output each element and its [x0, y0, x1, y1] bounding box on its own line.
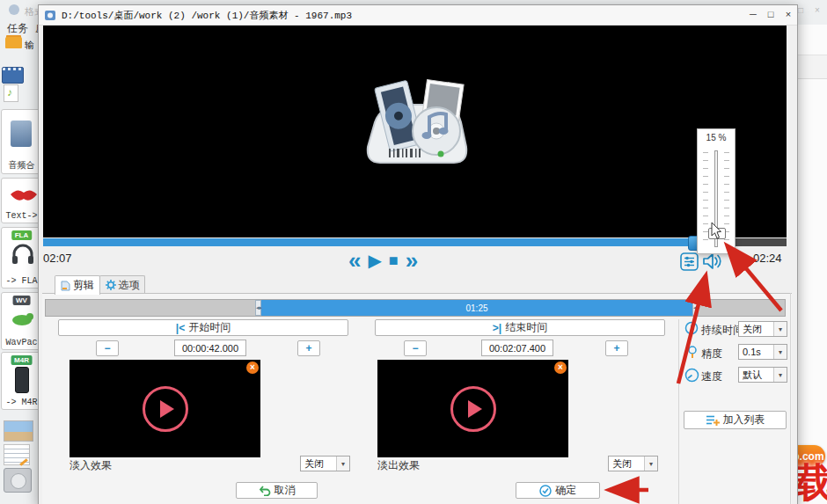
- dropdown-arrow-icon[interactable]: ▾: [644, 457, 657, 471]
- ok-label: 确定: [555, 483, 576, 498]
- video-filmstrip-icon[interactable]: [2, 67, 24, 84]
- tab-options[interactable]: 选项: [99, 275, 145, 294]
- clip-tab-icon: [61, 281, 70, 291]
- sidebar-card-wavpack[interactable]: WV WavPac: [1, 292, 42, 350]
- audio-note-icon[interactable]: ♪: [4, 84, 18, 102]
- sidebar-card-text-to-speech[interactable]: Text->: [1, 178, 42, 223]
- dropdown-arrow-icon[interactable]: ▾: [773, 322, 787, 336]
- sidebar-card-label: WavPac: [2, 338, 41, 347]
- fade-out-close-icon[interactable]: ×: [554, 362, 567, 374]
- speed-label: 速度: [701, 369, 722, 384]
- jump-start-icon: |<: [176, 322, 185, 334]
- undo-icon: [259, 485, 271, 496]
- screen: 格式工 □ × 任务 皮 输 ♪ 音频合 Text-> FLA -> FLA W…: [0, 0, 827, 504]
- end-time-input[interactable]: 00:02:07.400: [481, 340, 553, 356]
- set-end-time-button[interactable]: >| 结束时间: [375, 319, 665, 336]
- mixer-icon[interactable]: [680, 252, 699, 271]
- audio-join-icon: [11, 121, 32, 147]
- background-close-icon[interactable]: ×: [811, 5, 823, 15]
- start-time-minus-button[interactable]: −: [96, 340, 119, 356]
- timeline-start-handle[interactable]: ◂▸: [255, 300, 261, 316]
- cancel-label: 取消: [274, 483, 296, 498]
- close-icon[interactable]: ×: [779, 8, 797, 22]
- fade-in-dropdown[interactable]: 关闭 ▾: [300, 456, 350, 471]
- video-preview[interactable]: [43, 26, 787, 237]
- background-toolbar-band: [797, 55, 827, 79]
- cancel-button[interactable]: 取消: [236, 482, 318, 499]
- timeline-end-handle[interactable]: ◂▸: [692, 300, 699, 316]
- ok-button[interactable]: 确定: [516, 482, 600, 499]
- background-app-icon: [9, 4, 19, 15]
- volume-slider-thumb[interactable]: [708, 228, 726, 239]
- dialog-title: D:/tools/桌面/work (2) /work (1)/音频素材 - 19…: [62, 9, 352, 22]
- seek-bar[interactable]: [43, 238, 787, 246]
- speed-dropdown[interactable]: 默认 ▾: [738, 367, 787, 383]
- fade-in-value: 关闭: [301, 457, 336, 471]
- set-start-time-label: 开始时间: [188, 320, 231, 335]
- format-factory-logo-icon: [355, 77, 479, 169]
- transport-controls: « ▶ ■ »: [348, 250, 418, 271]
- fade-in-preview[interactable]: ×: [70, 360, 260, 457]
- precision-value: 0.1s: [739, 347, 773, 357]
- sidebar-card-label: 音频合: [2, 159, 41, 172]
- precision-dropdown[interactable]: 0.1s ▾: [738, 344, 787, 360]
- output-folder-label: 输: [25, 39, 34, 52]
- menu-item-tasks[interactable]: 任务: [7, 21, 28, 36]
- duration-dropdown[interactable]: 关闭 ▾: [738, 321, 787, 337]
- dialog-app-icon: [45, 10, 56, 21]
- duration-label: 持续时间: [701, 323, 743, 338]
- content-right-edge: [790, 293, 791, 504]
- set-start-time-button[interactable]: |< 开始时间: [58, 319, 348, 336]
- lips-icon: [9, 187, 39, 203]
- speaker-icon[interactable]: [702, 252, 722, 271]
- picture-tool-icon[interactable]: [4, 420, 33, 442]
- flac-badge: FLA: [11, 230, 33, 240]
- dialog-titlebar[interactable]: D:/tools/桌面/work (2) /work (1)/音频素材 - 19…: [39, 5, 797, 26]
- dropdown-arrow-icon[interactable]: ▾: [773, 368, 787, 382]
- clip-dialog: D:/tools/桌面/work (2) /work (1)/音频素材 - 19…: [38, 4, 798, 504]
- add-to-list-icon: [706, 414, 720, 427]
- range-timeline[interactable]: 01:25 ◂▸ ◂▸: [45, 299, 786, 317]
- stop-icon[interactable]: ■: [389, 250, 399, 271]
- tab-clip[interactable]: 剪辑: [55, 275, 100, 295]
- duration-value: 关闭: [739, 323, 773, 336]
- start-time-plus-button[interactable]: +: [297, 340, 320, 356]
- fade-out-label: 淡出效果: [377, 458, 420, 473]
- fade-out-value: 关闭: [609, 457, 644, 471]
- gear-icon: [106, 280, 116, 290]
- forward-icon[interactable]: »: [406, 250, 418, 271]
- output-folder-icon[interactable]: [5, 37, 22, 48]
- dropdown-arrow-icon[interactable]: ▾: [773, 345, 787, 359]
- bird-icon: [11, 312, 33, 326]
- duration-clock-icon: [684, 321, 699, 335]
- document-tool-icon[interactable]: [4, 444, 30, 465]
- add-to-list-label: 加入列表: [723, 413, 765, 427]
- sidebar-card-audio-join[interactable]: 音频合: [1, 109, 42, 174]
- fade-out-play-icon[interactable]: [450, 386, 496, 432]
- maximize-icon[interactable]: □: [762, 8, 779, 22]
- end-time-minus-button[interactable]: −: [404, 340, 427, 356]
- precision-label: 精度: [701, 347, 722, 362]
- play-icon[interactable]: ▶: [368, 250, 381, 271]
- speed-value: 默认: [739, 369, 773, 382]
- dropdown-arrow-icon[interactable]: ▾: [336, 457, 349, 471]
- fade-in-label: 淡入效果: [70, 458, 112, 473]
- sidebar-card-label: -> FLA: [2, 276, 41, 286]
- disc-tool-icon[interactable]: [4, 468, 32, 493]
- end-time-plus-button[interactable]: +: [605, 340, 628, 356]
- sidebar-card-to-m4r[interactable]: M4R -> M4R: [1, 352, 42, 410]
- panel-divider: [678, 319, 679, 504]
- rewind-icon[interactable]: «: [348, 250, 361, 271]
- sidebar-card-to-flac[interactable]: FLA -> FLA: [1, 227, 42, 289]
- fade-in-play-icon[interactable]: [143, 386, 188, 432]
- start-time-input[interactable]: 00:00:42.000: [174, 340, 246, 356]
- fade-out-preview[interactable]: ×: [377, 360, 568, 457]
- fade-in-close-icon[interactable]: ×: [246, 362, 259, 374]
- timeline-selection[interactable]: 01:25: [261, 300, 692, 316]
- m4r-badge: M4R: [11, 355, 33, 365]
- minimize-icon[interactable]: ─: [744, 8, 762, 22]
- timeline-selection-label: 01:25: [465, 303, 487, 313]
- fade-out-dropdown[interactable]: 关闭 ▾: [608, 456, 658, 471]
- add-to-list-button[interactable]: 加入列表: [684, 411, 787, 429]
- tab-options-label: 选项: [119, 278, 140, 293]
